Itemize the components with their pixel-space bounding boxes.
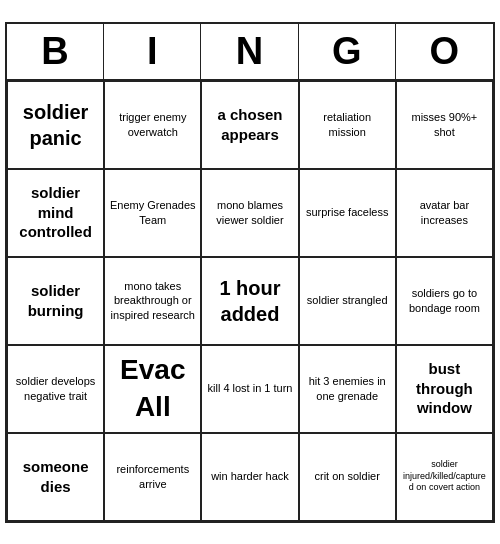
bingo-cell-4: misses 90%+ shot bbox=[396, 81, 493, 169]
bingo-cell-12: 1 hour added bbox=[201, 257, 298, 345]
bingo-cell-20: someone dies bbox=[7, 433, 104, 521]
bingo-cell-21: reinforcements arrive bbox=[104, 433, 201, 521]
bingo-cell-23: crit on soldier bbox=[299, 433, 396, 521]
bingo-cell-8: surprise faceless bbox=[299, 169, 396, 257]
bingo-card: BINGO soldier panictrigger enemy overwat… bbox=[5, 22, 495, 523]
bingo-cell-11: mono takes breakthrough or inspired rese… bbox=[104, 257, 201, 345]
bingo-letter-g: G bbox=[299, 24, 396, 79]
bingo-cell-19: bust through window bbox=[396, 345, 493, 433]
bingo-cell-13: soldier strangled bbox=[299, 257, 396, 345]
bingo-cell-3: retaliation mission bbox=[299, 81, 396, 169]
bingo-cell-10: solider burning bbox=[7, 257, 104, 345]
bingo-cell-17: kill 4 lost in 1 turn bbox=[201, 345, 298, 433]
bingo-letter-o: O bbox=[396, 24, 493, 79]
bingo-grid: soldier panictrigger enemy overwatcha ch… bbox=[7, 81, 493, 521]
bingo-letter-b: B bbox=[7, 24, 104, 79]
bingo-cell-14: soldiers go to bondage room bbox=[396, 257, 493, 345]
bingo-cell-7: mono blames viewer soldier bbox=[201, 169, 298, 257]
bingo-cell-6: Enemy Grenades Team bbox=[104, 169, 201, 257]
bingo-cell-2: a chosen appears bbox=[201, 81, 298, 169]
bingo-cell-5: soldier mind controlled bbox=[7, 169, 104, 257]
bingo-cell-0: soldier panic bbox=[7, 81, 104, 169]
bingo-cell-15: soldier develops negative trait bbox=[7, 345, 104, 433]
bingo-cell-1: trigger enemy overwatch bbox=[104, 81, 201, 169]
bingo-cell-22: win harder hack bbox=[201, 433, 298, 521]
bingo-letter-i: I bbox=[104, 24, 201, 79]
bingo-cell-24: soldier injured/killed/captured on cover… bbox=[396, 433, 493, 521]
bingo-letter-n: N bbox=[201, 24, 298, 79]
bingo-header: BINGO bbox=[7, 24, 493, 81]
bingo-cell-16: Evac All bbox=[104, 345, 201, 433]
bingo-cell-18: hit 3 enemies in one grenade bbox=[299, 345, 396, 433]
bingo-cell-9: avatar bar increases bbox=[396, 169, 493, 257]
